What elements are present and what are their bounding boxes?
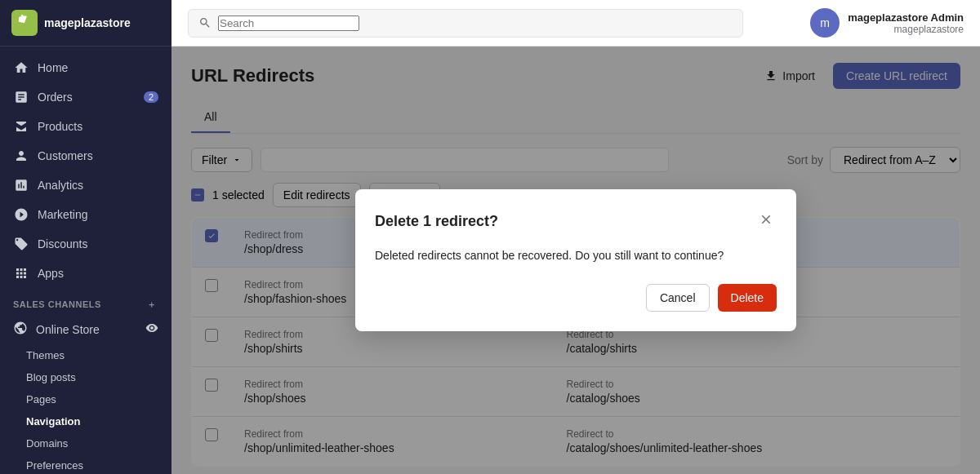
sidebar-item-orders[interactable]: Orders 2 (0, 82, 172, 112)
user-info: mageplazastore Admin mageplazastore (848, 11, 964, 35)
discounts-label: Discounts (38, 237, 87, 250)
orders-badge: 2 (144, 91, 158, 103)
sidebar-sub-navigation[interactable]: Navigation (0, 410, 172, 432)
home-label: Home (38, 61, 68, 74)
page-content: URL Redirects Import Create URL redirect… (172, 47, 980, 474)
products-label: Products (38, 120, 82, 133)
products-icon (13, 118, 29, 135)
customers-label: Customers (38, 149, 93, 162)
search-box[interactable] (188, 9, 743, 38)
sidebar: mageplazastore Home Orders 2 Products (0, 0, 172, 474)
delete-modal: Delete 1 redirect? Deleted redirects can… (355, 189, 796, 331)
sidebar-sub-preferences[interactable]: Preferences (0, 454, 172, 474)
sidebar-item-analytics[interactable]: Analytics (0, 171, 172, 200)
marketing-icon (13, 206, 29, 223)
modal-footer: Cancel Delete (375, 284, 777, 312)
main-content: m mageplazastore Admin mageplazastore UR… (172, 0, 980, 474)
sidebar-navigation: Home Orders 2 Products Customers Analy (0, 47, 172, 474)
topbar: m mageplazastore Admin mageplazastore (172, 0, 980, 47)
search-icon (198, 16, 212, 29)
user-email: mageplazastore (848, 24, 964, 35)
online-store-icon (13, 321, 28, 338)
analytics-label: Analytics (38, 179, 83, 192)
sales-channels-label: SALES CHANNELS (13, 299, 101, 309)
user-name: mageplazastore Admin (848, 11, 964, 24)
delete-button[interactable]: Delete (718, 284, 777, 312)
home-icon (13, 60, 29, 76)
sidebar-item-online-store[interactable]: Online Store (0, 314, 172, 344)
cancel-button[interactable]: Cancel (646, 284, 710, 312)
orders-icon (13, 89, 29, 105)
sidebar-item-marketing[interactable]: Marketing (0, 200, 172, 229)
modal-overlay: Delete 1 redirect? Deleted redirects can… (172, 47, 980, 474)
apps-icon (13, 265, 29, 281)
sidebar-sub-pages[interactable]: Pages (0, 388, 172, 410)
modal-title: Delete 1 redirect? (375, 213, 498, 230)
sales-channels-section: SALES CHANNELS ＋ (0, 288, 172, 314)
close-icon (759, 212, 773, 227)
sidebar-item-home[interactable]: Home (0, 53, 172, 82)
sidebar-sub-blog-posts[interactable]: Blog posts (0, 366, 172, 388)
modal-body: Deleted redirects cannot be recovered. D… (375, 247, 777, 264)
customers-icon (13, 148, 29, 164)
online-store-label: Online Store (36, 323, 100, 336)
modal-close-button[interactable] (755, 209, 777, 234)
sidebar-item-customers[interactable]: Customers (0, 141, 172, 171)
sidebar-item-apps[interactable]: Apps (0, 259, 172, 288)
marketing-label: Marketing (38, 208, 87, 221)
store-name-label: mageplazastore (44, 16, 131, 29)
sidebar-header: mageplazastore (0, 0, 172, 47)
sidebar-sub-domains[interactable]: Domains (0, 432, 172, 454)
shopify-logo (11, 10, 38, 36)
sidebar-item-discounts[interactable]: Discounts (0, 229, 172, 259)
sidebar-sub-themes[interactable]: Themes (0, 344, 172, 366)
modal-header: Delete 1 redirect? (375, 209, 777, 234)
online-store-eye-icon[interactable] (145, 321, 158, 337)
add-sales-channel-icon[interactable]: ＋ (145, 298, 158, 311)
orders-label: Orders (38, 91, 73, 104)
apps-label: Apps (38, 267, 64, 280)
sidebar-item-products[interactable]: Products (0, 112, 172, 141)
analytics-icon (13, 177, 29, 193)
online-store-left: Online Store (13, 321, 100, 338)
discounts-icon (13, 236, 29, 252)
user-avatar: m (810, 8, 840, 38)
search-input[interactable] (218, 16, 359, 31)
